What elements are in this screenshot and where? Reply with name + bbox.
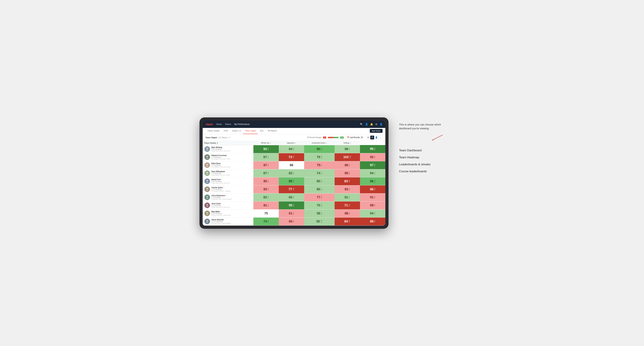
metric-value: 86 -6▼ bbox=[334, 161, 360, 169]
metric-number: 86 bbox=[345, 163, 348, 167]
change-indicator: +2▲ bbox=[320, 204, 322, 207]
table-row[interactable]: Matt Miller 6-10 Handicap Woburn Golf Cl… bbox=[203, 209, 385, 217]
table-row[interactable]: Charlie Quick ✓ 6-10 Handicap St. George… bbox=[203, 185, 385, 193]
sub-nav-pgat[interactable]: Player Quality bbox=[206, 128, 222, 134]
svg-line-10 bbox=[432, 135, 443, 140]
player-club: Royal North Devon Golf Club, United King… bbox=[212, 206, 232, 208]
metric-number: 81 bbox=[264, 204, 267, 207]
last-rounds-button[interactable]: 📅 Last Rounds: 20 bbox=[346, 136, 364, 139]
table-row[interactable]: Aaron Nicholls 11-15 Handicap Drift Golf… bbox=[203, 217, 385, 225]
view-list-icon[interactable]: ☰ bbox=[370, 136, 374, 140]
metric-number: 88 bbox=[345, 212, 348, 215]
view-options-icon[interactable]: ↕ bbox=[379, 136, 382, 140]
metric-around-green: 85 -3▼ bbox=[334, 169, 360, 177]
player-details: Dave Billingham 1-5 Handicap Gog Magog G… bbox=[212, 171, 232, 176]
option-course-leaderboards[interactable]: Course leaderboards bbox=[399, 168, 444, 175]
table-row[interactable]: Chris Robertson ✓ 1-5 Handicap Craigmill… bbox=[203, 193, 385, 201]
change-indicator: -1▼ bbox=[293, 220, 294, 223]
svg-point-0 bbox=[206, 148, 208, 149]
metric-putting: 86 -8▼ bbox=[360, 185, 385, 193]
metric-value: 93 +9▲ bbox=[254, 145, 279, 153]
table-row[interactable]: Dave Billingham 1-5 Handicap Gog Magog G… bbox=[203, 169, 385, 177]
player-handicap: 1-5 Handicap bbox=[212, 165, 232, 166]
nav-link-home[interactable]: Home bbox=[216, 123, 222, 126]
player-details: Matt Miller 6-10 Handicap Woburn Golf Cl… bbox=[212, 211, 232, 216]
option-leaderboards[interactable]: Leaderboards & streaks bbox=[399, 161, 444, 168]
option-team-dashboard[interactable]: Team Dashboard bbox=[399, 147, 444, 154]
player-name: Dave Billingham bbox=[212, 171, 232, 173]
nav-link-teams[interactable]: Teams bbox=[225, 123, 231, 126]
profile-icon[interactable]: 👤 bbox=[380, 123, 382, 126]
metric-number: 87 bbox=[264, 172, 267, 175]
metric-value: 87 -3▼ bbox=[254, 161, 279, 169]
metric-number: 61 bbox=[289, 212, 292, 215]
table-row[interactable]: Blair McHarg Plus Handicap Royal North D… bbox=[203, 145, 385, 153]
metric-around-green: 83 -10▼ bbox=[334, 177, 360, 185]
sub-nav-teamclippd[interactable]: Team Clippd bbox=[243, 128, 258, 134]
svg-point-9 bbox=[206, 220, 208, 222]
view-grid-icon[interactable]: ⊞ bbox=[366, 136, 370, 140]
metric-value: 85 -3▼ bbox=[254, 177, 279, 185]
table-row[interactable]: Elliot Ebert 1-5 Handicap Sunningdale Go… bbox=[203, 161, 385, 169]
edit-icon[interactable]: ✏ bbox=[229, 136, 230, 139]
add-team-button[interactable]: Add Team bbox=[370, 129, 382, 133]
metric-number: 87 bbox=[264, 163, 267, 167]
change-indicator: +3▲ bbox=[374, 180, 376, 183]
player-club: Drift Golf Club, United Kingdom bbox=[212, 222, 231, 224]
view-card-icon[interactable]: 👤 bbox=[374, 136, 378, 140]
change-indicator: -3▼ bbox=[320, 164, 322, 167]
table-row[interactable]: Edward Crossman 1-5 Handicap Sunningdale… bbox=[203, 153, 385, 161]
metric-value: 89 -2▼ bbox=[360, 201, 385, 209]
metric-player-quality: 93 +9▲ bbox=[254, 145, 279, 153]
user-icon[interactable]: 👤 bbox=[365, 123, 368, 126]
change-pos-badge: +5 bbox=[340, 137, 344, 139]
sub-nav-tour[interactable]: Tour bbox=[258, 128, 266, 134]
metric-approach: 75 -3▼ bbox=[304, 161, 334, 169]
player-details: Chris Robertson ✓ 1-5 Handicap Craigmill… bbox=[212, 195, 232, 200]
metric-value: 81 +4▲ bbox=[334, 193, 360, 201]
metric-value: 79 +9▲ bbox=[304, 153, 334, 161]
metric-number: 84 bbox=[289, 147, 292, 151]
player-handicap: Plus Handicap bbox=[212, 148, 232, 150]
change-indicator: -1▼ bbox=[348, 148, 350, 151]
table-row[interactable]: David Ford ✓ Plus Handicap Royal North D… bbox=[203, 177, 385, 185]
search-icon[interactable]: 🔍 bbox=[360, 123, 363, 126]
sub-nav-hcaps[interactable]: Hcaps 1-5 bbox=[230, 128, 243, 134]
table-row[interactable]: Josh Coles 1-5 Handicap Royal North Devo… bbox=[203, 201, 385, 209]
metric-value: 82 +3▲ bbox=[254, 193, 279, 201]
change-indicator: -6▼ bbox=[348, 164, 350, 167]
table-header: Player Quality ▼ Off the Tee — Approach … bbox=[203, 141, 385, 145]
col-approach: Approach — bbox=[279, 141, 304, 145]
player-cell: Chris Robertson ✓ 1-5 Handicap Craigmill… bbox=[203, 193, 254, 201]
metric-player-quality: 81 -3▼ bbox=[254, 201, 279, 209]
nav-actions: 🔍 👤 🔔 ⚙ 👤 bbox=[360, 123, 382, 126]
settings-icon[interactable]: ⚙ bbox=[375, 123, 378, 126]
nav-link-myperformance[interactable]: My Performance bbox=[234, 123, 250, 126]
avatar bbox=[204, 170, 210, 176]
player-cell: David Ford ✓ Plus Handicap Royal North D… bbox=[203, 177, 254, 185]
bell-icon[interactable]: 🔔 bbox=[370, 123, 373, 126]
metric-value: 83 -10▼ bbox=[334, 177, 360, 185]
player-name: Edward Crossman bbox=[212, 155, 232, 156]
metric-number: 89 bbox=[289, 179, 292, 183]
metric-number: 94 bbox=[370, 212, 374, 215]
sub-nav-pga[interactable]: PGA bbox=[222, 128, 230, 134]
metric-putting: 95 +9▲ bbox=[360, 145, 385, 153]
option-team-heatmap[interactable]: Team Heatmap bbox=[399, 154, 444, 161]
metric-number: 75 bbox=[317, 163, 320, 167]
sub-nav-allplayers[interactable]: All Players bbox=[266, 128, 279, 134]
svg-point-6 bbox=[206, 196, 208, 197]
metric-value: 74 +1▲ bbox=[304, 169, 334, 177]
svg-point-5 bbox=[206, 188, 208, 189]
metric-value: 83 -6▼ bbox=[334, 185, 360, 193]
metric-value: 60 +2▲ bbox=[279, 193, 304, 201]
logo[interactable]: clippd bbox=[206, 123, 212, 126]
metric-player-quality: 82 +3▲ bbox=[254, 193, 279, 201]
player-cell: Aaron Nicholls 11-15 Handicap Drift Golf… bbox=[203, 217, 254, 225]
player-cell: Josh Coles 1-5 Handicap Royal North Devo… bbox=[203, 201, 254, 209]
metric-number: 83 bbox=[344, 179, 348, 183]
metric-number: 91 bbox=[370, 195, 374, 199]
metric-player-quality: 87 +1▲ bbox=[254, 153, 279, 161]
avatar bbox=[204, 162, 210, 168]
change-indicator: -14▼ bbox=[292, 188, 294, 191]
